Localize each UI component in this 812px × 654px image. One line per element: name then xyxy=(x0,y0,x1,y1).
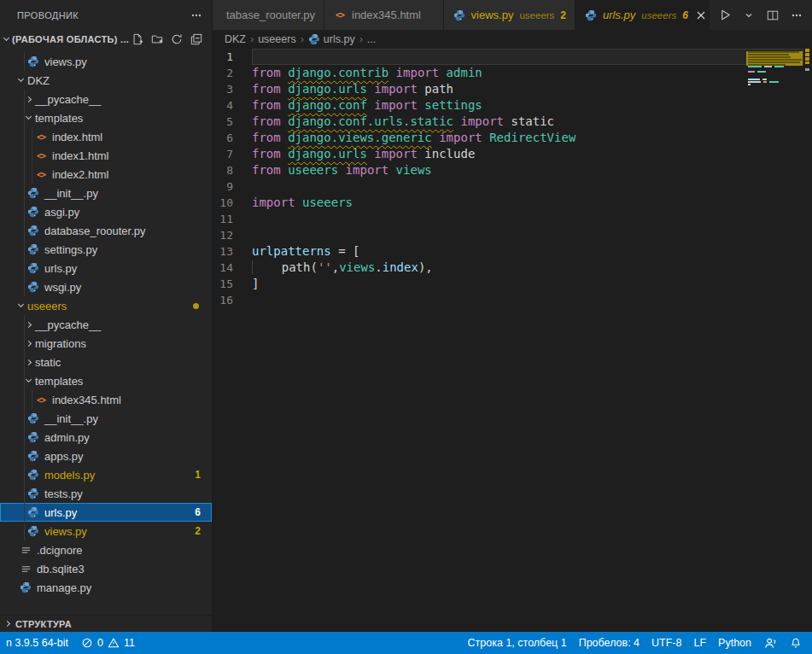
tree-item-DKZ[interactable]: DKZ xyxy=(0,71,212,90)
tree-item-admin.py[interactable]: admin.py xyxy=(0,428,212,447)
indent-guide xyxy=(32,127,32,146)
minimap[interactable] xyxy=(746,49,803,612)
tree-item-index2.html[interactable]: <>index2.html xyxy=(0,165,212,184)
tree-item-index.html[interactable]: <>index.html xyxy=(0,127,212,146)
tree-item-templates[interactable]: templates xyxy=(0,371,212,390)
status-python-version[interactable]: n 3.9.5 64-bit xyxy=(0,632,74,654)
outline-section-header[interactable]: СТРУКТУРА xyxy=(0,615,212,632)
code-line-15[interactable]: 15] xyxy=(213,276,812,292)
ruler-warning-mark xyxy=(805,49,809,52)
code-line-3[interactable]: 3from django.urls import path xyxy=(213,81,812,97)
code-line-13[interactable]: 13urlpatterns = [ xyxy=(213,243,812,260)
code-line-7[interactable]: 7from django.urls import include xyxy=(213,146,812,162)
tree-item-__init__.py[interactable]: __init__.py xyxy=(0,184,212,202)
warning-count: 11 xyxy=(124,637,135,649)
tree-item-views.py[interactable]: views.py2 xyxy=(0,522,212,540)
close-icon[interactable] xyxy=(697,9,705,22)
indent-guide xyxy=(24,277,25,296)
tree-item-label: templates xyxy=(35,112,83,125)
split-editor-icon[interactable] xyxy=(766,9,780,22)
code-line-14[interactable]: 14 path('',views.index), xyxy=(213,260,812,276)
status-bell[interactable] xyxy=(783,632,809,654)
tree-item-apps.py[interactable]: apps.py xyxy=(0,447,212,465)
breadcrumb-item-urls.py[interactable]: urls.py xyxy=(308,33,355,46)
code-token: django.conf.urls.static xyxy=(288,114,453,128)
file-icon xyxy=(19,562,32,575)
workspace-section-header[interactable]: (РАБОЧАЯ ОБЛАСТЬ) ... xyxy=(0,30,212,49)
code-line-6[interactable]: 6from django.views.generic import Redire… xyxy=(213,130,812,146)
status-language[interactable]: Python xyxy=(712,632,757,654)
tree-item-index345.html[interactable]: <>index345.html xyxy=(0,390,212,409)
code-line-2[interactable]: 2from django.contrib import admin xyxy=(213,65,812,81)
status-cursor-position[interactable]: Строка 1, столбец 1 xyxy=(462,632,573,654)
tree-item-__pycache__[interactable]: __pycache__ xyxy=(0,315,212,334)
tab-description: useeers xyxy=(519,10,554,20)
code-line-content: ] xyxy=(252,276,803,292)
tree-item-views.py[interactable]: views.py xyxy=(0,52,212,71)
tree-item-urls.py[interactable]: urls.py6 xyxy=(0,503,212,522)
problems-count-badge: 2 xyxy=(195,525,201,537)
tree-item-database_roouter.py[interactable]: database_roouter.py xyxy=(0,221,212,240)
tab-tabase_roouter.py[interactable]: tabase_roouter.py xyxy=(213,0,324,30)
code-line-4[interactable]: 4from django.conf import settings xyxy=(213,97,812,114)
tree-item-manage.py[interactable]: manage.py xyxy=(0,578,212,597)
more-actions-icon[interactable] xyxy=(790,9,803,22)
more-actions-icon[interactable] xyxy=(190,9,203,22)
tree-item-wsgi.py[interactable]: wsgi.py xyxy=(0,277,212,296)
tree-item-label: db.sqlite3 xyxy=(37,563,85,575)
new-file-icon[interactable] xyxy=(131,32,144,46)
overview-ruler[interactable] xyxy=(803,49,812,632)
explorer-header: ПРОВОДНИК xyxy=(0,0,212,30)
status-feedback[interactable] xyxy=(757,632,783,654)
code-line-11[interactable]: 11 xyxy=(213,211,812,227)
run-icon[interactable] xyxy=(718,9,732,22)
python-icon xyxy=(584,9,598,22)
code-line-8[interactable]: 8from useeers import views xyxy=(213,162,812,178)
code-line-5[interactable]: 5from django.conf.urls.static import sta… xyxy=(213,114,812,130)
tree-item-useeers[interactable]: useeers xyxy=(0,296,212,315)
breadcrumb-item-useeers[interactable]: useeers xyxy=(258,33,295,45)
tree-item-__pycache__[interactable]: __pycache__ xyxy=(0,90,212,108)
collapse-all-icon[interactable] xyxy=(190,32,203,46)
ruler-warning-mark xyxy=(805,61,809,64)
tree-item-urls.py[interactable]: urls.py xyxy=(0,259,212,277)
indent-guide xyxy=(24,52,25,71)
tree-item-tests.py[interactable]: tests.py xyxy=(0,484,212,503)
tree-item-asgi.py[interactable]: asgi.py xyxy=(0,202,212,221)
refresh-icon[interactable] xyxy=(170,32,184,46)
code-token: django.contrib xyxy=(288,66,388,79)
tree-item-db.sqlite3[interactable]: db.sqlite3 xyxy=(0,559,212,578)
status-problems[interactable]: 011 xyxy=(74,632,141,654)
tab-index345.html[interactable]: <>index345.html xyxy=(324,0,444,30)
tree-item-settings.py[interactable]: settings.py xyxy=(0,240,212,259)
status-encoding[interactable]: UTF-8 xyxy=(646,632,687,654)
code-line-9[interactable]: 9 xyxy=(213,178,812,195)
tab-urls.py[interactable]: urls.pyuseeers6 xyxy=(575,0,710,30)
status-eol[interactable]: LF xyxy=(687,632,712,654)
line-number: 3 xyxy=(213,81,252,97)
code-line-16[interactable]: 16 xyxy=(213,292,812,308)
tree-item-static[interactable]: static xyxy=(0,353,212,371)
tree-item-index1.html[interactable]: <>index1.html xyxy=(0,146,212,165)
code-token: django.urls xyxy=(288,82,367,96)
tree-item-templates[interactable]: templates xyxy=(0,108,212,127)
tree-item-label: admin.py xyxy=(44,431,90,444)
new-folder-icon[interactable] xyxy=(150,32,164,46)
code-line-12[interactable]: 12 xyxy=(213,227,812,243)
run-dropdown-icon[interactable] xyxy=(742,9,756,22)
breadcrumb-item-label: useeers xyxy=(258,33,295,45)
status-indentation[interactable]: Пробелов: 4 xyxy=(573,632,646,654)
indent-guide xyxy=(32,165,32,184)
breadcrumb-item-DKZ[interactable]: DKZ xyxy=(225,33,246,45)
indent-guide xyxy=(32,146,32,165)
indent-guide xyxy=(24,484,25,503)
tree-item-models.py[interactable]: models.py1 xyxy=(0,465,212,484)
code-line-10[interactable]: 10import useeers xyxy=(213,195,812,211)
tree-item-migrations[interactable]: migrations xyxy=(0,334,212,353)
code-line-1[interactable]: 1 xyxy=(213,49,812,65)
breadcrumb-item-...[interactable]: ... xyxy=(367,33,376,45)
tab-views.py[interactable]: views.pyuseeers2 xyxy=(444,0,575,30)
tree-item-__init__.py[interactable]: __init__.py xyxy=(0,409,212,428)
tree-item-.dcignore[interactable]: .dcignore xyxy=(0,540,212,559)
code-editor[interactable]: 12from django.contrib import admin3from … xyxy=(213,49,812,632)
